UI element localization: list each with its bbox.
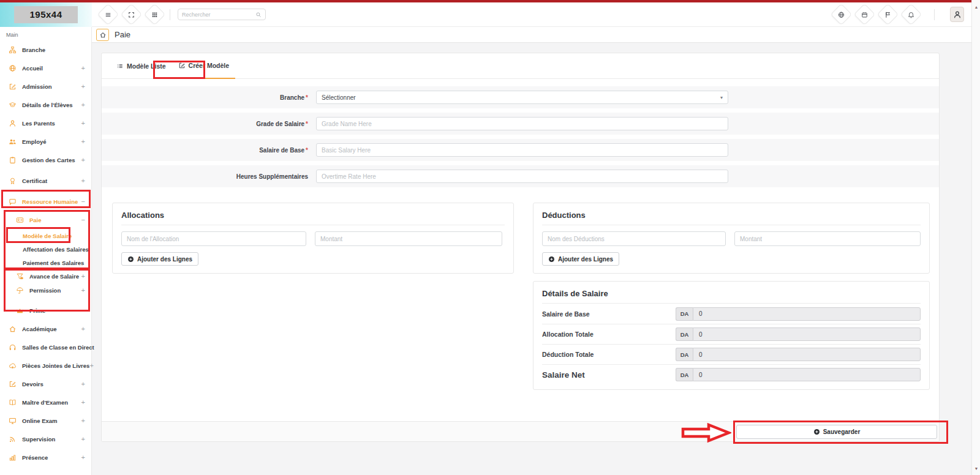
allocation-name-input[interactable] (121, 231, 306, 246)
sidebar-item[interactable]: Certificat + (0, 171, 91, 190)
sidebar-item[interactable]: Branche (0, 40, 91, 59)
calendar-icon (861, 11, 869, 18)
sidebar-item[interactable]: Admission + (0, 77, 91, 95)
flag-button[interactable] (877, 4, 899, 25)
sidebar-item-toggle[interactable]: + (81, 138, 85, 145)
sidebar-item[interactable]: Avance de Salaire + (0, 269, 91, 283)
allocations-add-line-button[interactable]: Ajouter des Lignes (121, 252, 198, 266)
sidebar-item-icon (9, 454, 18, 462)
sidebar-item-label: Affectation des Salaires (23, 246, 89, 253)
save-button[interactable]: Sauvegarder (736, 425, 937, 439)
sidebar-item[interactable]: Affectation des Salaires (0, 242, 91, 256)
search-input[interactable] (182, 12, 255, 18)
allocation-amount-input[interactable] (315, 231, 502, 246)
edit-icon (178, 62, 186, 69)
flag-icon (884, 11, 892, 18)
sidebar-item[interactable]: Devoirs + (0, 375, 91, 393)
form-row-heures-supp: Heures Supplémentaires (102, 165, 939, 187)
brand-area[interactable]: 195x44 (0, 2, 92, 27)
calendar-button[interactable] (854, 4, 875, 25)
grade-name-input[interactable] (316, 117, 728, 130)
sidebar-item-toggle[interactable]: + (89, 362, 93, 369)
sidebar-item[interactable]: Accueil + (0, 59, 91, 77)
sidebar-item-toggle[interactable]: + (81, 398, 85, 406)
topbar-separator (170, 9, 170, 20)
page-title: Paie (115, 30, 130, 39)
sidebar-item[interactable]: Présence + (0, 448, 91, 466)
scrollbar[interactable]: ▲ ▼ (971, 0, 980, 475)
sidebar-item-toggle[interactable]: + (81, 272, 85, 280)
field-label: Heures Supplémentaires (236, 173, 308, 180)
basic-salary-input[interactable] (316, 143, 728, 157)
sidebar-item-toggle[interactable]: + (81, 325, 85, 332)
notifications-button[interactable] (900, 4, 922, 25)
sidebar-item[interactable]: Salles de Classe en Direct (0, 338, 91, 356)
sidebar-item[interactable]: Détails de l'Élèves + (0, 95, 91, 114)
tab-bar: Modèle Liste Créer Modèle (102, 53, 939, 79)
sidebar-item-label: Permission (29, 287, 61, 294)
deductions-section: Déductions Ajouter des Lignes (533, 203, 930, 274)
fullscreen-button[interactable] (121, 4, 142, 25)
currency-addon: DA (676, 327, 693, 341)
branche-select[interactable]: Sélectionner ▾ (316, 91, 728, 104)
scroll-up-arrow[interactable]: ▲ (972, 2, 980, 11)
sidebar-item-toggle[interactable]: + (81, 286, 85, 294)
sidebar-item[interactable]: Pièces Jointes de Livres + (0, 356, 91, 375)
sidebar-item-label: Admission (22, 83, 52, 90)
sidebar-item[interactable]: Prime (0, 301, 91, 320)
sidebar-item-label: Certificat (22, 178, 47, 184)
sidebar-item-toggle[interactable]: + (81, 454, 85, 461)
search-box[interactable] (178, 9, 266, 20)
scroll-down-arrow[interactable]: ▼ (972, 464, 980, 473)
overtime-rate-input[interactable] (316, 170, 728, 183)
sidebar-section-label: Main (0, 27, 91, 40)
tab-modele-liste[interactable]: Modèle Liste (110, 53, 172, 79)
required-marker: * (306, 94, 308, 101)
sidebar-item-icon (9, 362, 18, 370)
main-content: Paie Modèle Liste Créer Modèle Branche* (92, 27, 971, 475)
sidebar-item[interactable]: Employé + (0, 132, 91, 151)
sidebar-item[interactable]: Supervision + (0, 430, 91, 448)
sidebar-item-toggle[interactable]: + (81, 119, 85, 127)
user-avatar-button[interactable] (950, 7, 964, 22)
sidebar-item[interactable]: Ressource Humaine − (0, 192, 91, 211)
sidebar-item-toggle[interactable]: + (81, 177, 85, 184)
sidebar-item-toggle[interactable]: + (81, 380, 85, 387)
sidebar-item-label: Devoirs (22, 381, 43, 387)
language-button[interactable] (831, 4, 852, 25)
sidebar-item[interactable]: Paie − (0, 211, 91, 229)
sidebar-item-label: Employé (22, 138, 47, 145)
sidebar-item-icon (9, 101, 18, 109)
sidebar-item[interactable]: Modèle de Salaire (0, 229, 91, 242)
sidebar-item[interactable]: Académique + (0, 320, 91, 338)
logo-placeholder: 195x44 (14, 6, 78, 23)
sidebar-item-toggle[interactable]: + (81, 435, 85, 443)
card-footer: Sauvegarder (102, 421, 939, 441)
sidebar-item-label: Accueil (22, 65, 43, 72)
deductions-add-line-button[interactable]: Ajouter des Lignes (542, 252, 619, 266)
sidebar-item[interactable]: Online Exam + (0, 411, 91, 430)
deduction-name-input[interactable] (542, 231, 726, 246)
sidebar-item[interactable]: Les Parents + (0, 114, 91, 132)
sidebar-item[interactable]: Permission + (0, 283, 91, 297)
deduction-amount-input[interactable] (734, 231, 921, 246)
sidebar-item-toggle[interactable]: + (81, 156, 85, 163)
tab-creer-modele[interactable]: Créer Modèle (172, 53, 236, 79)
sidebar-item-label: Prime (29, 307, 45, 314)
form-row-branche: Branche* Sélectionner ▾ (102, 86, 939, 108)
sidebar-item[interactable]: Gestion des Cartes + (0, 151, 91, 169)
topbar-separator (934, 9, 935, 20)
sidebar-item[interactable]: Paiement des Salaires (0, 256, 91, 269)
sidebar-item-toggle[interactable]: − (81, 198, 85, 205)
sidebar-item-toggle[interactable]: + (81, 417, 85, 424)
sidebar-item[interactable]: Maître d'Examen + (0, 393, 91, 411)
apps-grid-button[interactable] (144, 4, 165, 25)
sidebar-item-toggle[interactable]: + (81, 83, 85, 90)
sidebar-item-toggle[interactable]: + (81, 101, 85, 108)
sidebar-item-toggle[interactable]: − (81, 216, 85, 223)
sidebar-item-toggle[interactable]: + (81, 64, 85, 72)
breadcrumb-home-button[interactable] (96, 29, 109, 41)
sidebar-toggle-button[interactable] (97, 4, 119, 25)
currency-addon: DA (676, 368, 693, 381)
grid-icon (151, 11, 159, 18)
